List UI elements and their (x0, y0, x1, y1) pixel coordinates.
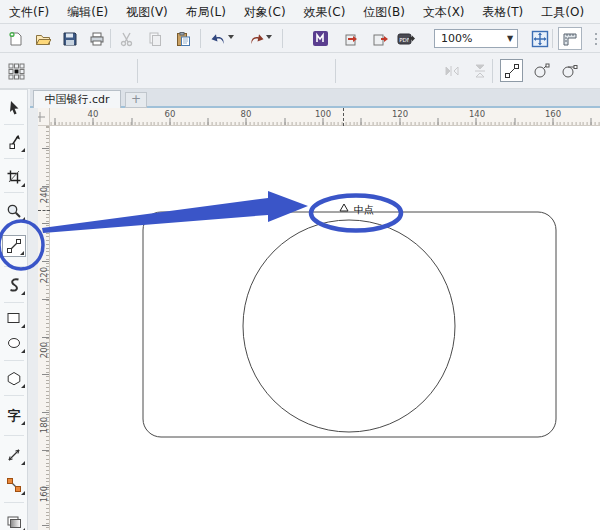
paste-button[interactable] (171, 27, 195, 50)
new-document-button[interactable] (4, 27, 28, 50)
two-point-line-mode-button[interactable] (500, 59, 523, 82)
ellipse-tool-icon (6, 336, 22, 350)
text-tool-icon: 字 (8, 409, 21, 422)
redo-dropdown-arrow[interactable] (266, 35, 272, 39)
menu-file[interactable]: 文件(F) (0, 0, 58, 24)
zoom-dropdown-arrow[interactable]: ▼ (503, 34, 517, 43)
redo-button[interactable] (244, 27, 268, 50)
tangential-line-mode-button[interactable] (558, 59, 581, 82)
publish-pdf-icon: PDF (397, 31, 416, 47)
toolbar-separator (282, 29, 283, 48)
property-bar: X: 105.0 mm Y: 148.5 mm .0 mm .0 mm 100.… (0, 53, 600, 89)
copy-button[interactable] (143, 27, 167, 50)
connector-tool-icon (6, 477, 22, 493)
vruler-label: 240 (39, 186, 49, 204)
menu-edit[interactable]: 编辑(E) (58, 0, 117, 24)
workspace-gap (28, 108, 38, 530)
dimension-tool-icon (6, 447, 22, 463)
cut-button[interactable] (115, 27, 139, 50)
hruler-label: 140 (469, 109, 485, 119)
artistic-media-tool[interactable] (2, 274, 26, 296)
ellipse-tool[interactable] (2, 332, 26, 354)
object-origin-grid-icon[interactable] (8, 63, 25, 80)
crop-tool[interactable] (2, 166, 26, 188)
menu-effects[interactable]: 效果(C) (295, 0, 355, 24)
copy-icon (147, 31, 163, 47)
menu-text[interactable]: 文本(X) (414, 0, 474, 24)
hruler-label: 100 (315, 109, 331, 119)
zoom-tool[interactable] (2, 200, 26, 222)
vruler-label: 200 (39, 341, 49, 359)
toolbox: 字 (0, 89, 28, 530)
toolbar-separator (552, 29, 553, 48)
new-tab-button[interactable]: + (125, 92, 147, 108)
save-icon (62, 31, 78, 47)
snap-settings-button[interactable] (589, 27, 600, 50)
snap-grid-icon (593, 31, 600, 47)
menu-window[interactable]: 窗口(W) (593, 0, 600, 24)
shape-tool-icon (7, 134, 22, 150)
propbar-separator (137, 59, 138, 83)
application-launcher-icon (312, 30, 329, 47)
vertical-ruler[interactable]: 240 220 200 180 160 (38, 126, 50, 530)
rectangle-tool-icon (6, 311, 22, 325)
zoom-level-combo[interactable]: 100% ▼ (434, 29, 518, 48)
document-tab-active[interactable]: 中国银行.cdr (33, 90, 121, 108)
standard-toolbar: PDF 100% ▼ (0, 24, 600, 53)
menu-tools[interactable]: 工具(O) (532, 0, 593, 24)
menu-layout[interactable]: 布局(L) (177, 0, 235, 24)
publish-pdf-button[interactable]: PDF (394, 27, 418, 50)
horizontal-ruler[interactable]: 40 60 80 100 120 140 160 (50, 108, 600, 126)
hruler-label: 120 (392, 109, 408, 119)
shape-tool[interactable] (2, 131, 26, 153)
pick-tool[interactable] (2, 97, 26, 119)
connector-tool[interactable] (2, 474, 26, 496)
import-icon (344, 31, 361, 47)
menu-view[interactable]: 视图(V) (117, 0, 177, 24)
redo-icon (248, 31, 265, 47)
propbar-separator (492, 59, 493, 83)
vruler-label: 220 (39, 266, 49, 284)
hruler-label: 60 (165, 109, 176, 119)
show-rulers-button[interactable] (558, 27, 582, 50)
crop-tool-icon (6, 169, 22, 185)
paste-clipboard-icon (175, 31, 191, 47)
save-button[interactable] (58, 27, 82, 50)
cut-scissors-icon (119, 31, 135, 47)
open-button[interactable] (31, 27, 55, 50)
export-button[interactable] (368, 27, 392, 50)
menu-table[interactable]: 表格(T) (474, 0, 533, 24)
fullscreen-preview-icon (531, 30, 549, 48)
print-button[interactable] (85, 27, 109, 50)
undo-dropdown-arrow[interactable] (228, 35, 234, 39)
polygon-tool[interactable] (2, 367, 26, 389)
fullscreen-preview-button[interactable] (528, 27, 552, 50)
two-point-line-tool-icon (6, 238, 22, 254)
import-button[interactable] (340, 27, 364, 50)
print-icon (89, 31, 105, 47)
zoom-tool-icon (6, 203, 22, 219)
mirror-horizontal-button[interactable] (440, 59, 463, 82)
mirror-vertical-button[interactable] (468, 59, 491, 82)
zoom-level-value: 100% (435, 32, 503, 45)
text-tool[interactable]: 字 (2, 404, 26, 426)
undo-button[interactable] (206, 27, 230, 50)
menu-bitmaps[interactable]: 位图(B) (354, 0, 414, 24)
polygon-tool-icon (6, 371, 22, 386)
drawing-canvas[interactable] (50, 126, 600, 530)
menu-bar: 文件(F) 编辑(E) 视图(V) 布局(L) 对象(C) 效果(C) 位图(B… (0, 0, 600, 24)
application-launcher-button[interactable] (308, 27, 332, 50)
pick-tool-icon (7, 100, 22, 116)
dimension-tool[interactable] (2, 444, 26, 466)
rectangle-tool[interactable] (2, 307, 26, 329)
document-tab-bar: 中国银行.cdr + (30, 89, 600, 108)
interactive-fill-tool[interactable] (2, 511, 26, 530)
undo-icon (210, 31, 227, 47)
two-point-line-tool[interactable] (2, 235, 26, 257)
perpendicular-line-mode-button[interactable] (530, 59, 553, 82)
hruler-label: 40 (88, 109, 99, 119)
pdf-text: PDF (399, 36, 410, 42)
menu-object[interactable]: 对象(C) (235, 0, 295, 24)
cursor-x-indicator (343, 108, 344, 126)
rulers-corner-icon (562, 31, 578, 47)
